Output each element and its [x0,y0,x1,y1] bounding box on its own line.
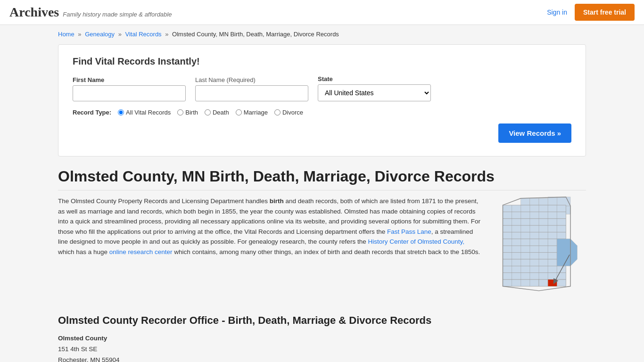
record-type-marriage[interactable]: Marriage [236,109,268,116]
radio-death[interactable] [205,109,211,115]
section-heading: Olmsted County Recorder Office - Birth, … [58,314,586,327]
state-select[interactable]: All United StatesAlabamaAlaskaArizonaArk… [318,84,431,101]
online-research-center-link[interactable]: online research center [109,248,173,255]
main-content: Home » Genealogy » Vital Records » Olmst… [49,25,595,362]
header-actions: Sign in Start free trial [547,4,635,21]
sign-in-link[interactable]: Sign in [547,8,567,16]
search-submit-row: View Records » [73,123,571,143]
page-header: Archives Family history made simple & af… [0,0,644,25]
breadcrumb-current: Olmsted County, MN Birth, Death, Marriag… [172,31,339,38]
breadcrumb-genealogy[interactable]: Genealogy [85,31,115,38]
svg-rect-8 [503,219,566,225]
logo-tagline: Family history made simple & affordable [63,11,172,18]
svg-rect-1 [530,198,539,205]
history-center-link[interactable]: History Center of Olmsted County, [368,238,464,245]
svg-rect-9 [503,225,566,232]
record-type-divorce[interactable]: Divorce [274,109,303,116]
state-label: State [318,75,431,82]
svg-rect-12 [503,246,566,252]
svg-rect-6 [503,205,566,212]
map-container [492,196,586,301]
address-block: Olmsted County 151 4th St SE Rochester, … [58,333,586,362]
start-trial-button[interactable]: Start free trial [575,4,635,21]
svg-rect-7 [503,212,566,218]
record-type-all[interactable]: All Vital Records [118,109,171,116]
search-box: Find Vital Records Instantly! First Name… [58,44,586,156]
first-name-group: First Name [73,76,186,101]
search-fields-row: First Name Last Name (Required) State Al… [73,75,571,101]
radio-marriage[interactable] [236,109,242,115]
radio-all[interactable] [118,109,124,115]
last-name-label: Last Name (Required) [195,76,308,83]
svg-rect-11 [503,239,566,246]
description-paragraph: The Olmsted County Property Records and … [58,196,480,257]
radio-birth[interactable] [177,109,183,115]
address-line2: Rochester, MN 55904 [58,356,120,362]
logo-area: Archives Family history made simple & af… [9,5,172,20]
breadcrumb-sep3: » [165,31,168,38]
record-type-row: Record Type: All Vital Records Birth Dea… [73,109,571,116]
mn-map [492,196,586,300]
last-name-group: Last Name (Required) [195,76,308,101]
content-text: The Olmsted County Property Records and … [58,196,480,301]
page-title: Olmsted County, MN Birth, Death, Marriag… [58,168,586,190]
content-area: The Olmsted County Property Records and … [58,196,586,301]
state-group: State All United StatesAlabamaAlaskaAriz… [318,75,431,101]
logo-text: Archives [9,5,59,20]
address-line1: 151 4th St SE [58,346,97,353]
svg-rect-2 [539,198,548,205]
breadcrumb-vital-records[interactable]: Vital Records [125,31,162,38]
svg-rect-3 [548,197,557,205]
record-type-label: Record Type: [73,109,111,116]
record-type-death[interactable]: Death [205,109,229,116]
svg-rect-14 [503,259,566,266]
breadcrumb-sep1: » [78,31,81,38]
first-name-label: First Name [73,76,186,83]
search-box-title: Find Vital Records Instantly! [73,56,571,67]
svg-rect-15 [503,266,566,272]
breadcrumb: Home » Genealogy » Vital Records » Olmst… [58,31,586,38]
fast-pass-lane-link[interactable]: Fast Pass Lane [387,228,431,235]
radio-divorce[interactable] [274,109,281,115]
first-name-input[interactable] [73,85,186,101]
svg-rect-13 [503,253,566,259]
view-records-button[interactable]: View Records » [498,123,571,143]
record-type-birth[interactable]: Birth [177,109,198,116]
svg-rect-10 [503,232,566,239]
office-name: Olmsted County [58,335,107,342]
breadcrumb-sep2: » [118,31,122,38]
svg-marker-41 [557,239,577,266]
last-name-input[interactable] [195,85,308,101]
breadcrumb-home[interactable]: Home [58,31,74,38]
svg-rect-0 [521,198,530,205]
